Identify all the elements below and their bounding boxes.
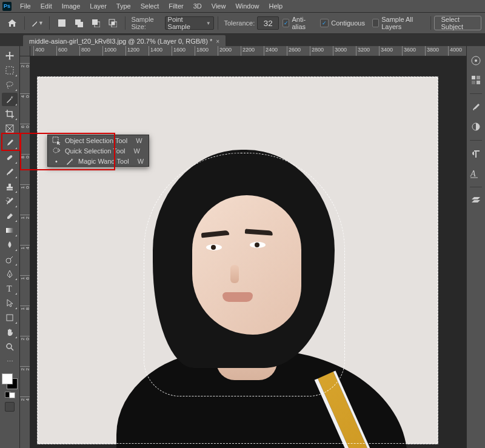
tool-heal[interactable] <box>2 151 18 164</box>
svg-rect-17 <box>7 315 13 321</box>
panel-color-button[interactable] <box>469 53 483 68</box>
tolerance-input[interactable] <box>257 16 279 30</box>
tool-dodge[interactable] <box>2 253 18 266</box>
close-icon[interactable]: × <box>216 38 219 45</box>
right-panel-dock: A <box>466 46 485 448</box>
selection-subtract-button[interactable] <box>89 16 103 30</box>
type-icon: T <box>5 284 15 293</box>
home-button[interactable] <box>5 16 19 30</box>
svg-rect-22 <box>472 76 475 79</box>
menu-window[interactable]: Window <box>230 1 264 11</box>
crop-icon <box>5 109 15 119</box>
foreground-color-swatch[interactable] <box>2 373 13 384</box>
tool-path-select[interactable] <box>2 296 18 310</box>
panel-paragraph-button[interactable] <box>469 147 483 161</box>
horizontal-ruler: 4006008001000120014001600180020002200240… <box>30 46 466 56</box>
color-swatches[interactable] <box>2 373 18 389</box>
tool-stamp[interactable] <box>2 180 18 193</box>
selection-intersect-button[interactable] <box>105 16 120 30</box>
menu-edit[interactable]: Edit <box>36 1 57 11</box>
tool-gradient[interactable] <box>2 224 18 237</box>
flyout-item-shortcut: W <box>138 158 144 165</box>
tool-zoom[interactable] <box>2 340 18 353</box>
ruler-tick: 200 <box>20 63 30 64</box>
tool-type[interactable]: T <box>2 282 18 295</box>
ruler-tick: 3200 <box>356 46 356 56</box>
default-colors-button[interactable] <box>5 390 15 398</box>
sample-size-value: Point Sample <box>168 16 202 30</box>
menu-layer[interactable]: Layer <box>85 1 112 11</box>
svg-rect-8 <box>6 67 13 74</box>
tolerance-label: Tolerance: <box>224 19 255 27</box>
svg-rect-7 <box>112 22 115 25</box>
tool-magic-wand[interactable] <box>2 93 18 106</box>
menu-image[interactable]: Image <box>57 1 85 11</box>
app-logo: Ps <box>2 2 12 11</box>
tool-shape[interactable] <box>2 311 18 324</box>
selection-intersect-icon <box>109 19 117 27</box>
tool-frame[interactable] <box>2 122 18 135</box>
contiguous-checkbox[interactable]: ✓Contiguous <box>320 19 365 27</box>
flyout-item-shortcut: W <box>133 147 139 155</box>
select-subject-button[interactable]: Select Subject <box>434 16 481 30</box>
tool-hand[interactable] <box>2 326 18 339</box>
menu-help[interactable]: Help <box>264 1 288 11</box>
menu-select[interactable]: Select <box>136 1 164 11</box>
svg-rect-13 <box>6 228 13 233</box>
magic-wand-icon <box>5 95 15 104</box>
frame-icon <box>5 124 15 133</box>
panel-layers-button[interactable] <box>469 193 483 208</box>
tool-preset-button[interactable]: ▼ <box>30 16 44 30</box>
quick-mask-button[interactable] <box>5 402 15 412</box>
tool-edit-toolbar[interactable]: ⋯ <box>2 355 18 368</box>
tool-move[interactable] <box>2 49 18 62</box>
flyout-quick-selection[interactable]: Quick Selection Tool W <box>48 145 149 156</box>
selection-subtract-icon <box>92 19 100 27</box>
magic-wand-icon <box>65 157 75 165</box>
flyout-object-selection[interactable]: Object Selection Tool W <box>48 135 149 145</box>
menu-3d[interactable]: 3D <box>189 1 207 11</box>
selection-add-button[interactable] <box>72 16 86 30</box>
sample-size-dropdown[interactable]: Point Sample ▼ <box>165 16 214 30</box>
canvas-area[interactable]: 4006008001000120014001600180020002200240… <box>20 46 466 448</box>
wand-tool-flyout: Object Selection Tool W Quick Selection … <box>47 135 149 167</box>
selection-new-icon <box>58 19 66 27</box>
ruler-tick: 1800 <box>20 306 30 306</box>
move-icon <box>5 51 15 61</box>
svg-rect-25 <box>477 81 480 84</box>
document-canvas[interactable] <box>37 76 438 444</box>
tool-eyedropper[interactable] <box>2 136 18 150</box>
chevron-down-icon: ▼ <box>38 20 44 26</box>
flyout-magic-wand[interactable]: • Magic Wand Tool W <box>48 156 149 166</box>
tool-lasso[interactable] <box>2 78 18 92</box>
panel-swatches-button[interactable] <box>469 73 483 87</box>
menu-view[interactable]: View <box>207 1 231 11</box>
tool-crop[interactable] <box>2 107 18 121</box>
antialias-checkbox[interactable]: ✓Anti-alias <box>283 16 313 30</box>
panel-character-button[interactable]: A <box>469 166 483 181</box>
tool-pen[interactable] <box>2 267 18 281</box>
menu-filter[interactable]: Filter <box>164 1 188 11</box>
path-select-icon <box>5 298 15 308</box>
tool-marquee[interactable] <box>2 64 18 77</box>
history-brush-icon <box>5 196 15 206</box>
lasso-icon <box>5 80 15 90</box>
panel-brushes-button[interactable] <box>469 100 483 115</box>
tool-brush[interactable] <box>2 165 18 179</box>
ruler-tick: 1600 <box>20 275 30 276</box>
menu-type[interactable]: Type <box>112 1 136 11</box>
tool-history-brush[interactable] <box>2 195 18 208</box>
svg-text:A: A <box>470 169 476 178</box>
chevron-down-icon: ▼ <box>206 21 211 26</box>
selection-new-button[interactable] <box>55 16 69 30</box>
menu-file[interactable]: File <box>15 1 36 11</box>
tool-eraser[interactable] <box>2 209 18 222</box>
sample-all-checkbox[interactable]: Sample All Layers <box>372 16 423 30</box>
flyout-item-label: Quick Selection Tool <box>65 147 125 155</box>
svg-rect-24 <box>472 81 475 84</box>
antialias-label: Anti-alias <box>292 16 313 30</box>
panel-adjustments-button[interactable] <box>469 119 483 134</box>
stamp-icon <box>5 182 15 192</box>
tool-blur[interactable] <box>2 238 18 252</box>
document-tab[interactable]: middle-asian-girl_t20_kRv8I3.jpg @ 20.7%… <box>23 35 226 47</box>
